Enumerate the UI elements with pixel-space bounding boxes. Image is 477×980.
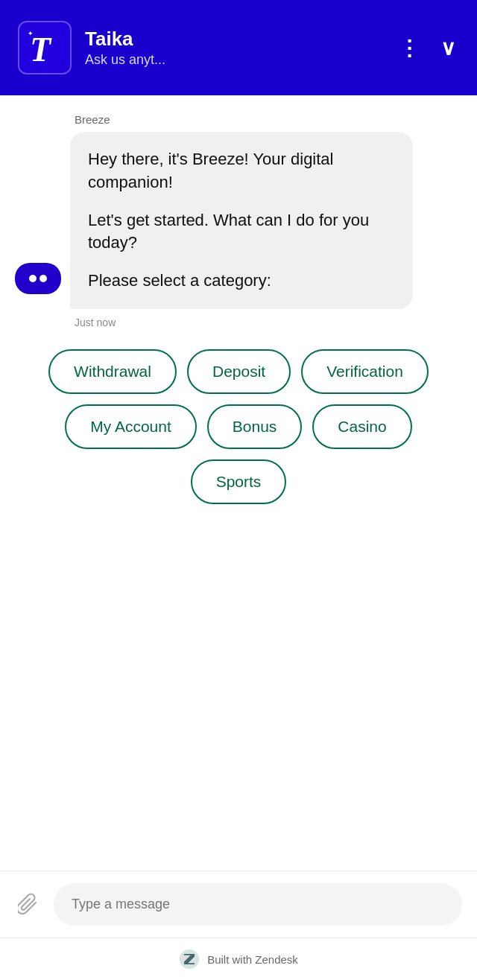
bot-message-bubble: Hey there, it's Breeze! Your digital com… [70, 132, 413, 309]
chevron-down-icon: ∨ [440, 36, 456, 60]
zendesk-logo-icon [179, 949, 200, 970]
message-text-2: Let's get started. What can I do for you… [88, 209, 395, 255]
svg-text:T: T [30, 31, 52, 66]
header-info: Taika Ask us anyt... [85, 28, 382, 68]
category-sports-button[interactable]: Sports [191, 459, 287, 504]
bot-avatar [15, 263, 61, 294]
message-text-1: Hey there, it's Breeze! Your digital com… [88, 148, 395, 194]
more-options-button[interactable]: ⋮ [396, 33, 423, 63]
category-myaccount-button[interactable]: My Account [65, 404, 197, 449]
taika-logo-icon: ✦ T [27, 27, 63, 66]
category-casino-button[interactable]: Casino [312, 404, 411, 449]
category-buttons-container: Withdrawal Deposit Verification My Accou… [15, 343, 462, 519]
category-deposit-button[interactable]: Deposit [187, 349, 291, 394]
header-actions: ⋮ ∨ [396, 33, 459, 63]
attach-button[interactable] [15, 890, 42, 920]
input-area [0, 871, 477, 938]
minimize-button[interactable]: ∨ [437, 33, 459, 63]
header-logo: ✦ T [18, 21, 72, 74]
category-withdrawal-button[interactable]: Withdrawal [48, 349, 177, 394]
message-text-3: Please select a category: [88, 270, 395, 293]
bot-name-label: Breeze [75, 113, 462, 126]
bot-avatar-dots [29, 275, 47, 282]
footer: Built with Zendesk [0, 938, 477, 980]
chat-area: Breeze Hey there, it's Breeze! Your digi… [0, 95, 477, 871]
paperclip-icon [18, 893, 39, 917]
footer-label: Built with Zendesk [207, 953, 298, 966]
avatar-dot-1 [29, 275, 37, 282]
header: ✦ T Taika Ask us anyt... ⋮ ∨ [0, 0, 477, 95]
message-timestamp: Just now [75, 316, 462, 328]
header-title: Taika [85, 28, 382, 51]
message-input[interactable] [54, 883, 462, 926]
more-vert-icon: ⋮ [399, 36, 420, 60]
avatar-dot-2 [40, 275, 47, 282]
category-verification-button[interactable]: Verification [301, 349, 429, 394]
bot-message-row: Hey there, it's Breeze! Your digital com… [15, 132, 462, 309]
header-subtitle: Ask us anyt... [85, 52, 382, 68]
category-bonus-button[interactable]: Bonus [207, 404, 303, 449]
